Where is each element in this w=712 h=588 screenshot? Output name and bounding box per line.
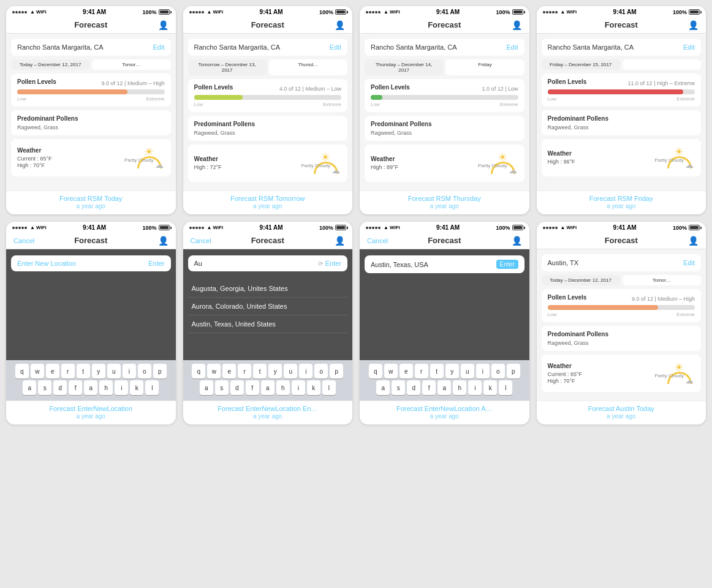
suggestion-item[interactable]: Aurora, Colorado, United States [188,298,348,315]
key-i[interactable]: i [115,380,128,395]
key-d[interactable]: d [230,380,244,395]
key-q[interactable]: q [369,364,382,379]
status-battery: 100% [142,225,169,231]
key-s[interactable]: s [392,380,405,395]
user-icon[interactable]: 👤 [335,236,345,246]
key-r[interactable]: r [415,364,428,379]
key-q[interactable]: q [192,364,205,379]
key-u[interactable]: u [461,364,474,379]
location-input-field[interactable]: Enter New Location [17,260,76,267]
keyboard-row-2: asdfahikl [9,380,173,395]
user-icon[interactable]: 👤 [335,20,345,30]
date-tab-active[interactable]: Today – December 12, 2017 [542,275,620,285]
user-icon[interactable]: 👤 [512,236,522,246]
key-h[interactable]: h [99,380,113,395]
key-a[interactable]: a [437,380,451,395]
key-o[interactable]: o [491,364,505,379]
edit-button[interactable]: Edit [330,43,341,51]
enter-button[interactable]: Enter [325,260,341,267]
key-e[interactable]: e [222,364,236,379]
key-h[interactable]: h [276,380,290,395]
location-input-field[interactable]: Au [194,260,202,267]
key-f[interactable]: f [69,380,82,395]
edit-button[interactable]: Edit [153,43,165,51]
key-l[interactable]: l [499,380,512,395]
key-r[interactable]: r [61,364,75,379]
forecast-content: Austin, TX Edit Today – December 12, 201… [537,249,706,401]
suggestion-item[interactable]: Austin, Texas, United States [188,315,348,333]
suggestion-item[interactable]: Augusta, Georgia, Unites States [188,280,348,298]
cancel-button[interactable]: Cancel [13,237,34,244]
key-k[interactable]: k [307,380,320,395]
key-t[interactable]: t [77,364,90,379]
bar-label-low: Low [548,96,557,102]
weather-icon: ☀ ☁ Partly Cloudy [485,149,518,177]
key-p[interactable]: p [330,364,343,379]
key-t[interactable]: t [253,364,267,379]
key-f[interactable]: f [422,380,436,395]
key-p[interactable]: p [153,364,167,379]
date-tab-active[interactable]: Friday – December 15, 2017 [542,59,620,70]
key-q[interactable]: q [15,364,29,379]
date-tab[interactable]: Thursd… [269,59,347,75]
key-r[interactable]: r [238,364,251,379]
cancel-button[interactable]: Cancel [367,237,388,244]
key-e[interactable]: e [400,364,413,379]
key-a[interactable]: a [23,380,36,395]
enter-button[interactable]: Enter [148,260,164,267]
key-i[interactable]: i [292,380,305,395]
key-w[interactable]: w [384,364,398,379]
key-a[interactable]: a [200,380,213,395]
key-l[interactable]: l [322,380,336,395]
key-w[interactable]: w [207,364,221,379]
key-a[interactable]: a [261,380,275,395]
date-tab[interactable] [623,59,701,70]
key-u[interactable]: u [284,364,297,379]
key-y[interactable]: y [92,364,105,379]
edit-button[interactable]: Edit [507,43,518,51]
key-y[interactable]: y [268,364,282,379]
edit-button[interactable]: Edit [683,43,695,51]
key-f[interactable]: f [246,380,259,395]
date-tab[interactable]: Friday [445,59,524,75]
key-i[interactable]: i [299,364,312,379]
key-y[interactable]: y [445,364,459,379]
key-h[interactable]: h [453,380,466,395]
key-s[interactable]: s [38,380,51,395]
user-icon[interactable]: 👤 [158,20,169,30]
key-o[interactable]: o [314,364,328,379]
key-p[interactable]: p [507,364,520,379]
key-s[interactable]: s [215,380,229,395]
key-k[interactable]: k [483,380,497,395]
user-icon[interactable]: 👤 [512,20,522,30]
cancel-button[interactable]: Cancel [191,237,211,244]
date-tab-active[interactable]: Tomorrow – December 13, 2017 [188,59,267,75]
enter-button[interactable]: Enter [496,260,518,269]
edit-button[interactable]: Edit [683,259,695,266]
suggestions-list: Augusta, Georgia, Unites StatesAurora, C… [188,276,348,337]
user-icon[interactable]: 👤 [688,236,699,246]
weather-icon: ☀ ☁ Partly Cloudy [661,360,695,387]
location-input-field[interactable]: Austin, Texas, USA [371,261,428,268]
user-icon[interactable]: 👤 [688,20,699,30]
key-a[interactable]: a [376,380,390,395]
key-i[interactable]: i [476,364,490,379]
date-tab[interactable]: Tomor… [623,275,701,285]
key-w[interactable]: w [31,364,44,379]
user-icon[interactable]: 👤 [158,236,169,246]
key-a[interactable]: a [84,380,97,395]
key-i[interactable]: i [468,380,482,395]
key-i[interactable]: i [123,364,136,379]
key-k[interactable]: k [130,380,143,395]
key-d[interactable]: d [53,380,67,395]
key-t[interactable]: t [430,364,444,379]
date-tab[interactable]: Tomor… [92,59,170,70]
key-e[interactable]: e [46,364,59,379]
key-d[interactable]: d [407,380,420,395]
date-tab-active[interactable]: Today – December 12, 2017 [11,59,89,70]
date-tab-active[interactable]: Thursday – December 14, 2017 [365,59,443,75]
key-l[interactable]: l [145,380,159,395]
key-o[interactable]: o [138,364,151,379]
key-u[interactable]: u [107,364,121,379]
phone-forecast-today: ▲ WiFi 9:41 AM 100% Forecast👤 Rancho San… [6,6,176,214]
